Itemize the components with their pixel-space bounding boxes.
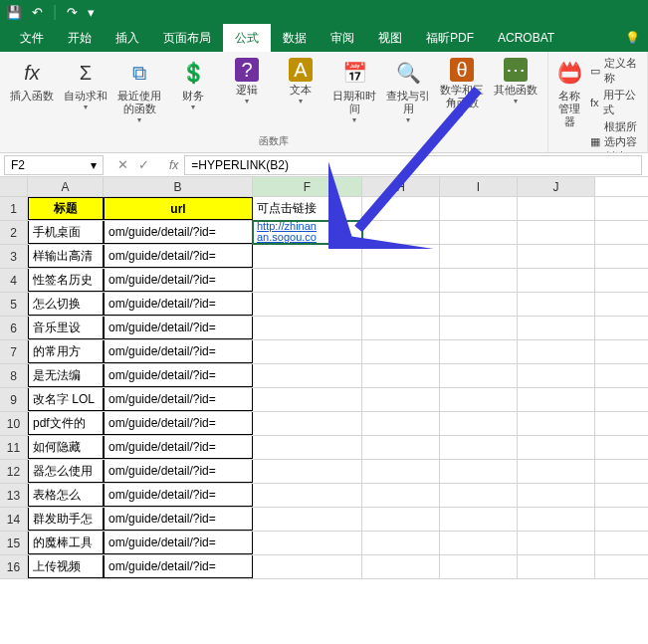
cell-F3[interactable] [253, 245, 362, 268]
row-header[interactable]: 12 [0, 460, 28, 483]
row-header[interactable]: 3 [0, 245, 28, 268]
cell-B9[interactable]: om/guide/detail/?id= [104, 388, 253, 411]
cell-H10[interactable] [362, 412, 440, 435]
cell-I10[interactable] [440, 412, 518, 435]
cell-B10[interactable]: om/guide/detail/?id= [104, 412, 253, 435]
tab-review[interactable]: 审阅 [319, 24, 366, 52]
cell-A16[interactable]: 上传视频 [28, 555, 104, 578]
row-header[interactable]: 13 [0, 484, 28, 507]
cell-J8[interactable] [518, 364, 595, 387]
cell-I2[interactable] [440, 221, 518, 244]
cell-F1[interactable]: 可点击链接 [253, 197, 362, 220]
cancel-formula-icon[interactable]: ✕ [117, 157, 128, 172]
cell-H5[interactable] [362, 293, 440, 316]
row-header[interactable]: 10 [0, 412, 28, 435]
tab-acrobat[interactable]: ACROBAT [486, 24, 566, 52]
col-header-H[interactable]: H [362, 177, 440, 196]
financial-button[interactable]: 💲 财务 ▾ [167, 56, 219, 134]
tab-home[interactable]: 开始 [56, 24, 104, 52]
cell-J6[interactable] [518, 317, 595, 339]
col-header-I[interactable]: I [440, 177, 518, 196]
tell-me[interactable]: 💡 [617, 24, 648, 52]
row-header[interactable]: 14 [0, 508, 28, 531]
create-from-selection-button[interactable]: ▦根据所选内容创建 [590, 119, 641, 153]
cell-F9[interactable] [253, 388, 362, 411]
cell-H15[interactable] [362, 532, 440, 554]
cell-B5[interactable]: om/guide/detail/?id= [104, 293, 253, 316]
cell-H6[interactable] [362, 317, 440, 339]
cell-A14[interactable]: 群发助手怎 [28, 508, 104, 531]
cell-A7[interactable]: 的常用方 [28, 340, 104, 363]
cell-A8[interactable]: 是无法编 [28, 364, 104, 387]
row-header[interactable]: 6 [0, 317, 28, 339]
cell-H4[interactable] [362, 269, 440, 292]
cell-B7[interactable]: om/guide/detail/?id= [104, 340, 253, 363]
cell-F15[interactable] [253, 532, 362, 554]
row-header[interactable]: 8 [0, 364, 28, 387]
cell-B15[interactable]: om/guide/detail/?id= [104, 532, 253, 554]
cell-J4[interactable] [518, 269, 595, 292]
cell-I1[interactable] [440, 197, 518, 220]
cell-I4[interactable] [440, 269, 518, 292]
cell-H2[interactable] [362, 221, 440, 244]
autosum-button[interactable]: Σ 自动求和 ▾ [60, 56, 111, 134]
cell-I15[interactable] [440, 532, 518, 554]
cell-J7[interactable] [518, 340, 595, 363]
name-box[interactable]: F2 ▾ [4, 155, 104, 175]
cell-J10[interactable] [518, 412, 595, 435]
cell-J12[interactable] [518, 460, 595, 483]
cell-F16[interactable] [253, 555, 362, 578]
redo-icon[interactable]: ↷ [67, 5, 78, 20]
cell-J3[interactable] [518, 245, 595, 268]
cell-A6[interactable]: 音乐里设 [28, 317, 104, 339]
cell-H14[interactable] [362, 508, 440, 531]
define-name-button[interactable]: ▭定义名称 [590, 56, 641, 86]
cell-B1[interactable]: url [104, 197, 253, 220]
row-header[interactable]: 15 [0, 532, 28, 554]
cell-A12[interactable]: 器怎么使用 [28, 460, 104, 483]
tab-page-layout[interactable]: 页面布局 [151, 24, 223, 52]
tab-file[interactable]: 文件 [8, 24, 56, 52]
cell-H8[interactable] [362, 364, 440, 387]
cell-H9[interactable] [362, 388, 440, 411]
cell-H7[interactable] [362, 340, 440, 363]
cell-B14[interactable]: om/guide/detail/?id= [104, 508, 253, 531]
row-header[interactable]: 4 [0, 269, 28, 292]
cell-A5[interactable]: 怎么切换 [28, 293, 104, 316]
logical-button[interactable]: ? 逻辑 ▾ [221, 56, 273, 134]
cell-B4[interactable]: om/guide/detail/?id= [104, 269, 253, 292]
cell-F6[interactable] [253, 317, 362, 339]
formula-bar[interactable]: =HYPERLINK(B2) [184, 155, 642, 175]
select-all-corner[interactable] [0, 177, 28, 196]
cell-I11[interactable] [440, 436, 518, 459]
cell-A9[interactable]: 改名字 LOL [28, 388, 104, 411]
more-functions-button[interactable]: ⋯ 其他函数 ▾ [490, 56, 541, 134]
cell-H13[interactable] [362, 484, 440, 507]
lookup-reference-button[interactable]: 🔍 查找与引用 ▾ [382, 56, 434, 134]
cell-I8[interactable] [440, 364, 518, 387]
tab-data[interactable]: 数据 [271, 24, 319, 52]
cell-B3[interactable]: om/guide/detail/?id= [104, 245, 253, 268]
cell-I13[interactable] [440, 484, 518, 507]
cell-F8[interactable] [253, 364, 362, 387]
cell-J14[interactable] [518, 508, 595, 531]
cell-A3[interactable]: 样输出高清 [28, 245, 104, 268]
cell-A2[interactable]: 手机桌面 [28, 221, 104, 244]
row-header[interactable]: 2 [0, 221, 28, 244]
row-header[interactable]: 9 [0, 388, 28, 411]
cell-J9[interactable] [518, 388, 595, 411]
tab-foxit-pdf[interactable]: 福昕PDF [414, 24, 486, 52]
tab-view[interactable]: 视图 [366, 24, 414, 52]
cell-F10[interactable] [253, 412, 362, 435]
cell-F11[interactable] [253, 436, 362, 459]
cell-H3[interactable] [362, 245, 440, 268]
cell-F4[interactable] [253, 269, 362, 292]
cell-J15[interactable] [518, 532, 595, 554]
cell-J1[interactable] [518, 197, 595, 220]
row-header[interactable]: 11 [0, 436, 28, 459]
col-header-J[interactable]: J [518, 177, 595, 196]
recently-used-button[interactable]: ⧉ 最近使用的函数 ▾ [113, 56, 165, 134]
cell-H1[interactable] [362, 197, 440, 220]
cell-A13[interactable]: 表格怎么 [28, 484, 104, 507]
col-header-F[interactable]: F [253, 177, 362, 196]
